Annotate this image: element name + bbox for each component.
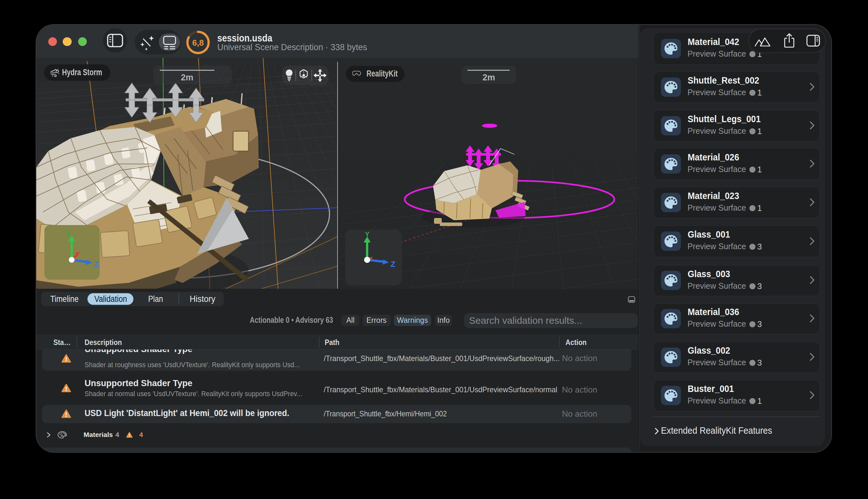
svg-text:6,8: 6,8 (192, 38, 204, 48)
svg-text:Z: Z (391, 260, 395, 268)
svg-text:Y: Y (66, 229, 71, 238)
svg-text:Z: Z (94, 260, 99, 268)
